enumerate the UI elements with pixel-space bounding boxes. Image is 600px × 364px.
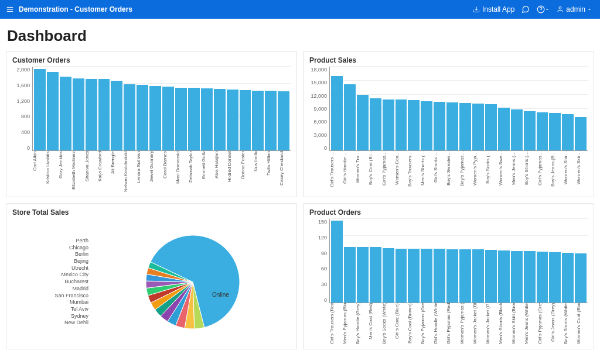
bar[interactable] <box>34 69 46 150</box>
bar[interactable] <box>188 88 200 150</box>
bar[interactable] <box>446 102 458 150</box>
bar[interactable] <box>162 87 174 150</box>
app-title: Demonstration - Customer Orders <box>19 5 132 13</box>
install-app-button[interactable]: Install App <box>473 5 514 13</box>
bar[interactable] <box>370 98 381 150</box>
x-label: Women's Skirt (Brown) <box>511 303 523 345</box>
x-label: Boy's Shorts (White) <box>563 303 575 345</box>
bar[interactable] <box>472 249 484 303</box>
bar[interactable] <box>537 112 548 150</box>
bar[interactable] <box>472 104 484 150</box>
x-label: Deborah Taylor <box>188 151 200 193</box>
x-label: Boy's Socks (… <box>485 151 497 193</box>
y-tick: 2,000 <box>12 67 30 73</box>
bar[interactable] <box>396 99 407 150</box>
x-label: Men's Pyjamas (Blue) <box>342 303 354 345</box>
bar[interactable] <box>562 114 574 150</box>
bar[interactable] <box>265 91 277 150</box>
x-label: Boy's Trousers… <box>407 151 419 193</box>
card-customer-orders: Customer Orders 2,0001,6001,2008004000Ca… <box>6 51 297 197</box>
menu-icon[interactable] <box>6 5 14 13</box>
x-label: Girl's Hoodie … <box>342 151 354 193</box>
legend-item: Chicago <box>12 245 88 252</box>
bar[interactable] <box>175 88 187 150</box>
bar[interactable] <box>575 117 587 150</box>
bar[interactable] <box>485 104 497 150</box>
y-tick: 0 <box>12 145 30 151</box>
bar[interactable] <box>111 81 122 150</box>
bar[interactable] <box>524 251 536 303</box>
bar[interactable] <box>383 99 394 150</box>
bar[interactable] <box>434 102 445 150</box>
bar[interactable] <box>344 247 356 303</box>
bar[interactable] <box>357 95 369 150</box>
dashboard-grid: Customer Orders 2,0001,6001,2008004000Ca… <box>0 51 600 355</box>
bar[interactable] <box>47 72 59 150</box>
user-menu[interactable]: admin <box>557 5 594 13</box>
bar[interactable] <box>498 250 510 303</box>
y-tick: 3,000 <box>309 132 327 138</box>
legend-item: San Francisco <box>12 293 88 300</box>
bar[interactable] <box>214 89 226 150</box>
chat-icon[interactable] <box>521 5 530 13</box>
legend-item: New Dehli <box>12 320 88 327</box>
bar[interactable] <box>562 253 574 303</box>
legend-item: Sydney <box>12 313 88 320</box>
bar[interactable] <box>459 103 471 150</box>
bar[interactable] <box>201 88 213 150</box>
bar[interactable] <box>511 251 523 303</box>
bar[interactable] <box>124 84 135 150</box>
bar[interactable] <box>60 77 71 150</box>
y-tick: 6,000 <box>309 119 327 125</box>
bar[interactable] <box>370 247 381 303</box>
bar[interactable] <box>459 249 471 303</box>
bar[interactable] <box>511 109 523 150</box>
bar[interactable] <box>524 111 536 150</box>
bar[interactable] <box>240 90 251 150</box>
bar[interactable] <box>549 113 561 150</box>
x-label: Boy's Hoodie (Grey) <box>355 303 367 345</box>
y-tick: 1,200 <box>12 98 30 104</box>
chart-product-sales: 18,00015,00012,0009,0006,0003,0000Girl's… <box>309 67 588 193</box>
bar[interactable] <box>421 249 432 303</box>
bar[interactable] <box>549 252 561 303</box>
bar[interactable] <box>396 249 407 303</box>
bar[interactable] <box>331 221 343 303</box>
bar[interactable] <box>137 85 148 150</box>
bar[interactable] <box>446 249 458 303</box>
pie-slice-label: Online <box>212 291 229 298</box>
bar[interactable] <box>278 91 289 150</box>
bar[interactable] <box>485 250 497 303</box>
x-label: Men's Jeans (White) <box>524 303 536 345</box>
x-label: Men's Coat (Red) <box>368 303 380 345</box>
y-tick: 30 <box>309 281 327 287</box>
bar[interactable] <box>357 247 369 303</box>
bar[interactable] <box>86 79 97 150</box>
x-label: Women's Skir… <box>576 151 588 193</box>
bar[interactable] <box>434 249 445 303</box>
bar[interactable] <box>98 79 110 150</box>
y-tick: 800 <box>12 114 30 119</box>
bar[interactable] <box>537 252 548 303</box>
legend-item: Bucharest <box>12 279 88 286</box>
bar[interactable] <box>149 86 161 150</box>
bar[interactable] <box>344 84 356 150</box>
x-label: Kristina Livshits <box>45 151 57 193</box>
bar[interactable] <box>227 90 238 150</box>
bar[interactable] <box>408 249 420 303</box>
bar[interactable] <box>575 253 587 303</box>
bar[interactable] <box>498 108 510 150</box>
card-product-sales: Product Sales 18,00015,00012,0009,0006,0… <box>303 51 594 197</box>
bar[interactable] <box>331 76 343 150</box>
x-label: Boy's Jeans (B… <box>550 151 562 193</box>
help-icon[interactable] <box>537 5 550 13</box>
bar[interactable] <box>421 101 432 150</box>
x-label: Nus Ibollx <box>253 151 265 193</box>
x-label: Elizabeth Martinez <box>71 151 83 193</box>
bar[interactable] <box>383 248 394 303</box>
bar[interactable] <box>252 91 264 150</box>
bar[interactable] <box>408 100 420 150</box>
x-label: Men's Shorts (Black) <box>498 303 510 345</box>
bar[interactable] <box>73 78 84 150</box>
x-label: Girl's Coat (Blue) <box>394 303 406 345</box>
